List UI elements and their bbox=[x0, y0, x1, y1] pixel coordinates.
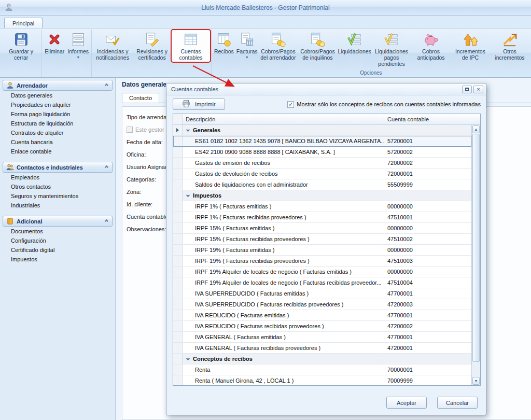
ribbon-button-liquidaciones-pagos-pendientes[interactable]: Liquidaciones pagos pendientes bbox=[372, 30, 411, 68]
app-user-icon bbox=[4, 3, 13, 12]
grid-header: Descripción Cuenta contable bbox=[173, 114, 480, 125]
row-indicator-cell bbox=[173, 332, 183, 342]
sidebar-item-impuestos[interactable]: Impuestos bbox=[3, 255, 113, 264]
close-button[interactable]: × bbox=[473, 86, 483, 93]
form-label-text: Categorías: bbox=[127, 176, 156, 183]
sidebar-item-cuenta-bancaria[interactable]: Cuenta bancaria bbox=[3, 137, 113, 147]
form-label-text: Observaciones: bbox=[127, 226, 166, 232]
account-row[interactable]: Gastos de devolución de recibos72000001 bbox=[173, 169, 471, 179]
account-row[interactable]: IVA GENERAL ( Facturas emitidas )4770000… bbox=[173, 332, 471, 343]
account-row[interactable]: IVA REDUCIDO ( Facturas emitidas )477000… bbox=[173, 310, 471, 321]
account-row[interactable]: ES42 2100 0900 9088 8888 8888 [ CAIXABAN… bbox=[173, 147, 471, 158]
ribbon-button-label: Cobros anticipados bbox=[413, 48, 449, 61]
expand-chevron-icon[interactable] bbox=[186, 128, 190, 131]
account-number: 47200002 bbox=[384, 321, 471, 331]
scrollbar-track[interactable] bbox=[472, 362, 480, 376]
tab-principal[interactable]: Principal bbox=[4, 18, 43, 28]
sidebar-item-empleados[interactable]: Empleados bbox=[3, 173, 113, 182]
account-row[interactable]: IRPF 19% Alquiler de locales de negocio … bbox=[173, 277, 471, 288]
accept-button[interactable]: Aceptar bbox=[386, 397, 427, 409]
column-header-cuenta-contable[interactable]: Cuenta contable bbox=[384, 114, 480, 124]
account-row[interactable]: Renta ( Manuel Girona, 42 , LOCAL 1 )700… bbox=[173, 375, 471, 385]
dialog-title-bar[interactable]: Cuentas contables × bbox=[166, 83, 486, 95]
ribbon-button-label: Facturas bbox=[236, 48, 258, 54]
account-row[interactable]: IRPF 19% ( Facturas emitidas )00000000 bbox=[173, 245, 471, 256]
sidebar-item-forma-pago-liquidación[interactable]: Forma pago liquidación bbox=[3, 109, 113, 119]
ribbon-button-cuentas-contables[interactable]: Cuentas contables bbox=[172, 30, 210, 62]
ribbon-button-cobros-anticipados[interactable]: Cobros anticipados bbox=[411, 30, 451, 62]
restore-button[interactable] bbox=[462, 86, 472, 93]
account-row[interactable]: IRPF 19% ( Facturas recibidas proveedore… bbox=[173, 256, 471, 267]
ribbon-button-liquidaciones[interactable]: Liquidaciones bbox=[337, 30, 372, 55]
ribbon-button-informes[interactable]: Informes▾ bbox=[66, 30, 90, 61]
cancel-button[interactable]: Cancelar bbox=[437, 397, 478, 409]
sidebar-item-otros-contactos[interactable]: Otros contactos bbox=[3, 182, 113, 191]
ribbon-button-recibos[interactable]: Recibos bbox=[213, 30, 235, 55]
ribbon-button-incrementos-de-ipc[interactable]: Incrementos de IPC bbox=[451, 30, 490, 62]
account-row[interactable]: IVA REDUCIDO ( Facturas recibidas provee… bbox=[173, 321, 471, 332]
row-indicator-cell bbox=[173, 245, 183, 255]
ribbon-button-otros-incrementos[interactable]: Otros incrementos bbox=[490, 30, 529, 62]
sidebar-item-seguros-y-mantenimientos[interactable]: Seguros y mantenimientos bbox=[3, 191, 113, 201]
account-description: IRPF 19% ( Facturas recibidas proveedore… bbox=[183, 256, 384, 266]
account-row[interactable]: IRPF 15% ( Facturas recibidas proveedore… bbox=[173, 234, 471, 245]
ribbon-button-cobros-pagos-de-inquilinos[interactable]: Cobros/Pagos de inquilinos bbox=[298, 30, 337, 62]
scroll-up-icon[interactable]: ▲ bbox=[472, 125, 480, 133]
account-row[interactable]: IVA SUPERREDUCIDO ( Facturas emitidas )4… bbox=[173, 288, 471, 299]
group-row-generales[interactable]: Generales bbox=[173, 125, 471, 136]
sidebar-section-header-contactos-e-industriales[interactable]: Contactos e industriales bbox=[3, 162, 113, 173]
filter-checkbox[interactable]: ✓ Mostrar sólo los conceptos de recibos … bbox=[287, 101, 481, 108]
account-row[interactable]: Gastos de emisión de recibos72000002 bbox=[173, 158, 471, 169]
expand-chevron-icon[interactable] bbox=[186, 356, 190, 360]
row-indicator-cell bbox=[173, 288, 183, 299]
ribbon-button-incidencias-y-notificaciones[interactable]: Incidencias y notificaciones bbox=[93, 30, 132, 62]
account-row[interactable]: IRPF 1% ( Facturas recibidas proveedores… bbox=[173, 212, 471, 223]
checkbox-icon[interactable] bbox=[127, 127, 133, 133]
account-row[interactable]: IVA SUPERREDUCIDO ( Facturas recibidas p… bbox=[173, 299, 471, 310]
account-description: IVA REDUCIDO ( Facturas emitidas ) bbox=[183, 310, 384, 320]
sidebar-item-contratos-de-alquiler[interactable]: Contratos de alquiler bbox=[3, 128, 113, 137]
ribbon-button-guardar-y-cerrar[interactable]: Guardar y cerrar bbox=[2, 30, 40, 62]
scroll-down-icon[interactable]: ▼ bbox=[472, 377, 480, 385]
account-number: 55509999 bbox=[384, 179, 471, 190]
title-bar[interactable]: Lluis Mercade Ballesteros - Gestor Patri… bbox=[0, 0, 531, 16]
ribbon-button-label: Cobros/Pagos del arrendador bbox=[260, 48, 296, 61]
account-number: 47700001 bbox=[384, 288, 471, 299]
ribbon-button-facturas[interactable]: Facturas▾ bbox=[235, 30, 259, 61]
tab-contacto[interactable]: Contacto bbox=[122, 93, 159, 103]
sidebar-section-header-adicional[interactable]: Adicional bbox=[3, 216, 113, 227]
sidebar-section-title: Adicional bbox=[17, 218, 103, 225]
column-header-descripcion[interactable]: Descripción bbox=[183, 114, 384, 124]
sidebar-item-configuración[interactable]: Configuración bbox=[3, 236, 113, 245]
form-label-text: Id. cliente: bbox=[127, 201, 152, 207]
print-button[interactable]: Imprimir bbox=[173, 99, 225, 110]
checkbox-check-icon[interactable]: ✓ bbox=[287, 101, 294, 108]
account-row[interactable]: IRPF 19% Alquiler de locales de negocio … bbox=[173, 267, 471, 277]
account-row[interactable]: Saldos de liquidaciones con el administr… bbox=[173, 179, 471, 190]
sidebar-item-estructura-de-liquidación[interactable]: Estructura de liquidación bbox=[3, 119, 113, 128]
account-row[interactable]: Renta70000001 bbox=[173, 365, 471, 375]
scrollbar-thumb[interactable] bbox=[472, 134, 480, 362]
sidebar-item-enlace-contable[interactable]: Enlace contable bbox=[3, 147, 113, 156]
sidebar-item-certificado-digital[interactable]: Certificado digital bbox=[3, 245, 113, 255]
ribbon-button-label: Informes bbox=[67, 48, 89, 54]
sidebar-item-industriales[interactable]: Industriales bbox=[3, 201, 113, 210]
ribbon-button-cobros-pagos-del-arrendador[interactable]: Cobros/Pagos del arrendador bbox=[258, 30, 298, 62]
ribbon-button-label: Incrementos de IPC bbox=[452, 48, 488, 61]
dropdown-arrow-icon: ▾ bbox=[246, 55, 248, 60]
ribbon-button-eliminar[interactable]: Eliminar bbox=[43, 30, 66, 55]
account-row[interactable]: ES61 0182 1002 1362 1435 9078 [ BANCO BI… bbox=[173, 136, 471, 147]
sidebar-section-header-arrendador[interactable]: Arrendador bbox=[3, 80, 113, 91]
sidebar-item-documentos[interactable]: Documentos bbox=[3, 227, 113, 236]
account-description: IRPF 19% Alquiler de locales de negocio … bbox=[183, 267, 384, 277]
ribbon-button-revisiones-y-certificados[interactable]: Revisiones y certificados bbox=[132, 30, 172, 62]
account-row[interactable]: IRPF 1% ( Facturas emitidas )00000000 bbox=[173, 201, 471, 212]
group-row-impuestos[interactable]: Impuestos bbox=[173, 190, 471, 201]
sidebar-item-propiedades-en-alquiler[interactable]: Propiedades en alquiler bbox=[3, 100, 113, 109]
expand-chevron-icon[interactable] bbox=[186, 193, 190, 197]
sidebar-item-datos-generales[interactable]: Datos generales bbox=[3, 91, 113, 100]
group-row-conceptos-de-recibos[interactable]: Conceptos de recibos bbox=[173, 354, 471, 365]
account-row[interactable]: IVA GENERAL ( Facturas recibidas proveed… bbox=[173, 343, 471, 354]
account-row[interactable]: IRPF 15% ( Facturas emitidas )00000000 bbox=[173, 223, 471, 234]
vertical-scrollbar[interactable]: ▲ ▼ bbox=[471, 125, 480, 385]
